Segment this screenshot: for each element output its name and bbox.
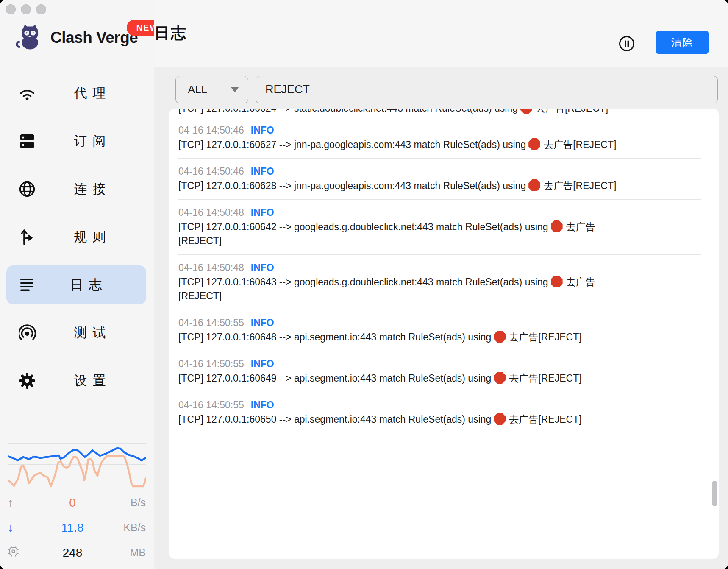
log-level-select[interactable]: ALL [175, 76, 248, 103]
memory-stat: 248 MB [8, 540, 146, 565]
memory-value: 248 [26, 546, 119, 560]
sidebar: Clash Verge NEW 代理 [0, 0, 154, 569]
traffic-graph [8, 441, 146, 491]
log-entry: 04-16 14:50:46 INFO [TCP] 127.0.0.1:6062… [178, 159, 701, 200]
log-message: [TCP] 127.0.0.1:60624 --> static.doublec… [178, 109, 638, 115]
log-entry-meta: 04-16 14:50:46 INFO [178, 165, 701, 179]
log-timestamp: 04-16 14:50:48 [178, 206, 244, 220]
upload-stat: ↑ 0 B/s [8, 490, 146, 515]
sidebar-item-connections[interactable]: 连接 [0, 170, 154, 209]
sidebar-item-logs[interactable]: 日志 [6, 265, 146, 304]
log-level-badge: INFO [251, 398, 274, 412]
log-entry-meta: 04-16 14:50:55 INFO [178, 316, 701, 330]
log-timestamp: 04-16 14:50:55 [178, 357, 244, 371]
log-level-badge: INFO [251, 206, 274, 220]
stop-sign-icon [494, 331, 506, 343]
upload-line [8, 456, 146, 486]
sidebar-nav: 代理 订阅 [0, 74, 154, 409]
log-timestamp: 04-16 14:50:55 [178, 398, 244, 412]
subscription-icon [17, 134, 37, 149]
log-message: [TCP] 127.0.0.1:60648 --> api.segment.io… [178, 330, 638, 344]
log-message: [TCP] 127.0.0.1:60649 --> api.segment.io… [178, 371, 638, 385]
sidebar-item-label: 代理 [37, 84, 154, 102]
gear-icon [17, 372, 37, 389]
app-window: Clash Verge NEW 代理 [0, 0, 728, 569]
log-level-badge: INFO [251, 165, 274, 179]
log-entry: 04-16 14:50:55 INFO [TCP] 127.0.0.1:6065… [178, 392, 701, 433]
log-entry-meta: 04-16 14:50:48 INFO [178, 206, 701, 220]
download-unit: KB/s [119, 522, 146, 534]
log-level-badge: INFO [251, 316, 274, 330]
log-timestamp: 04-16 14:50:55 [178, 316, 244, 330]
arrow-down-icon: ↓ [8, 521, 26, 535]
pause-circle-icon [618, 47, 636, 54]
log-list: [TCP] 127.0.0.1:60624 --> static.doublec… [178, 109, 701, 433]
log-message: [TCP] 127.0.0.1:60642 --> googleads.g.do… [178, 220, 638, 248]
sidebar-item-rules[interactable]: 规则 [0, 218, 154, 257]
download-stat: ↓ 11.8 KB/s [8, 515, 146, 540]
traffic-stats: ↑ 0 B/s ↓ 11.8 KB/s [8, 490, 146, 565]
sidebar-item-label: 设置 [37, 372, 154, 390]
chevron-down-icon [231, 87, 239, 92]
arrow-up-icon: ↑ [8, 496, 26, 510]
cat-logo-icon [16, 21, 43, 54]
rules-fork-icon [17, 229, 37, 245]
close-button[interactable] [6, 4, 16, 14]
stop-sign-icon [551, 220, 563, 232]
stop-sign-icon [494, 372, 506, 384]
log-message: [TCP] 127.0.0.1:60627 --> jnn-pa.googlea… [178, 138, 638, 152]
globe-icon [17, 181, 37, 198]
pause-logs-button[interactable] [618, 35, 636, 53]
log-entry-meta: 04-16 14:50:48 INFO [178, 261, 701, 275]
upload-value: 0 [26, 496, 119, 510]
window-controls [6, 4, 46, 14]
clear-logs-button[interactable]: 清除 [656, 31, 709, 54]
page-header: 日志 清除 [154, 0, 728, 67]
scrollbar-thumb[interactable] [712, 481, 717, 506]
log-entry-meta: 04-16 14:50:46 INFO [178, 123, 701, 137]
sidebar-item-label: 日志 [37, 276, 146, 294]
zoom-button[interactable] [36, 4, 46, 14]
log-entry: 04-16 14:50:48 INFO [TCP] 127.0.0.1:6064… [178, 255, 701, 310]
sidebar-item-label: 测试 [37, 324, 154, 342]
log-entry: 04-16 14:50:48 INFO [TCP] 127.0.0.1:6064… [178, 200, 701, 255]
memory-unit: MB [119, 547, 146, 559]
log-message: [TCP] 127.0.0.1:60650 --> api.segment.io… [178, 413, 638, 427]
log-timestamp: 04-16 14:50:48 [178, 261, 244, 275]
sidebar-item-test[interactable]: 测试 [0, 313, 154, 352]
sidebar-item-proxy[interactable]: 代理 [0, 74, 154, 113]
log-entry: [TCP] 127.0.0.1:60624 --> static.doublec… [178, 109, 701, 117]
log-entry: 04-16 14:50:55 INFO [TCP] 127.0.0.1:6064… [178, 310, 701, 351]
log-entry: 04-16 14:50:46 INFO [TCP] 127.0.0.1:6062… [178, 117, 701, 159]
sidebar-item-label: 连接 [37, 180, 154, 198]
logs-content: ALL [TCP] 127.0.0.1:60624 --> static.dou… [154, 67, 728, 569]
stop-sign-icon [494, 413, 506, 425]
sidebar-item-label: 规则 [37, 228, 154, 246]
log-entry: 04-16 14:50:55 INFO [TCP] 127.0.0.1:6064… [178, 351, 701, 392]
sidebar-item-settings[interactable]: 设置 [0, 361, 154, 400]
brand: Clash Verge NEW [16, 21, 138, 54]
logs-lines-icon [17, 278, 37, 292]
upload-unit: B/s [119, 496, 146, 509]
sidebar-item-label: 订阅 [37, 132, 154, 150]
stop-sign-icon [551, 276, 563, 287]
log-timestamp: 04-16 14:50:46 [178, 123, 244, 137]
stop-sign-icon [528, 179, 540, 191]
log-level-badge: INFO [251, 357, 274, 371]
stop-sign-icon [520, 109, 532, 114]
sidebar-item-subscription[interactable]: 订阅 [0, 122, 154, 161]
log-message: [TCP] 127.0.0.1:60628 --> jnn-pa.googlea… [178, 179, 638, 193]
log-level-selected: ALL [188, 83, 231, 96]
stop-sign-icon [528, 138, 540, 150]
page-title: 日志 [154, 23, 187, 44]
main-panel: 日志 清除 ALL [TCP] 127.0.0 [154, 0, 728, 569]
log-filter-input[interactable] [256, 76, 718, 103]
minimize-button[interactable] [21, 4, 31, 14]
log-entry-meta: 04-16 14:50:55 INFO [178, 398, 701, 412]
download-value: 11.8 [26, 521, 119, 535]
speedtest-icon [17, 324, 37, 341]
log-message: [TCP] 127.0.0.1:60643 --> googleads.g.do… [178, 275, 638, 303]
log-entry-meta: 04-16 14:50:55 INFO [178, 357, 701, 371]
cpu-icon [8, 546, 26, 560]
log-timestamp: 04-16 14:50:46 [178, 165, 244, 179]
